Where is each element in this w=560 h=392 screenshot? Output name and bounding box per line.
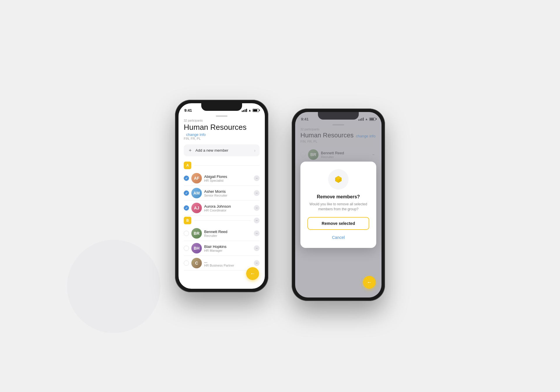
avatar-blair: BH bbox=[191, 243, 202, 253]
member-role-asher: Senior Recruiter bbox=[204, 194, 251, 197]
status-icons-1: ▲ bbox=[242, 108, 259, 112]
drag-handle-1[interactable] bbox=[216, 116, 228, 117]
member-row-aurora[interactable]: AJ Aurora Johnson HR Coordinator − bbox=[184, 201, 260, 216]
plus-icon: ＋ bbox=[188, 147, 192, 153]
remove-btn-section-b[interactable]: − bbox=[254, 218, 260, 223]
member-role-last: HR Business Partner bbox=[204, 264, 251, 267]
avatar-asher: AM bbox=[191, 188, 202, 198]
box-3d-icon bbox=[331, 172, 346, 187]
member-name-blair: Blair Hopkins bbox=[204, 244, 251, 249]
fab-button-2[interactable]: ← bbox=[363, 276, 376, 289]
change-info-link-1[interactable]: change info bbox=[186, 132, 206, 137]
languages-1: FIN, FR, PL bbox=[184, 137, 260, 140]
modal-icon-container bbox=[328, 169, 349, 190]
member-name-aurora: Aurora Johnson bbox=[204, 204, 251, 209]
member-name-bennett: Bennett Reed bbox=[204, 230, 251, 234]
checkbox-abigail[interactable] bbox=[184, 176, 189, 181]
remove-btn-aurora[interactable]: − bbox=[254, 205, 260, 211]
checkbox-bennett[interactable] bbox=[184, 231, 189, 236]
checkbox-blair[interactable] bbox=[184, 246, 189, 251]
main-scene: 9:41 ▲ 32 particip bbox=[90, 36, 470, 356]
cancel-button[interactable]: Cancel bbox=[307, 233, 369, 242]
section-a-badge: A bbox=[184, 162, 191, 169]
modal-title: Remove members? bbox=[307, 194, 369, 200]
phone-1: 9:41 ▲ 32 particip bbox=[175, 100, 268, 292]
fab-button-1[interactable]: ← bbox=[246, 267, 259, 280]
remove-btn-asher[interactable]: − bbox=[254, 190, 260, 196]
checkbox-last[interactable] bbox=[184, 260, 189, 266]
member-row-bennett[interactable]: BR Bennett Reed Recruiter − bbox=[184, 226, 260, 241]
wifi-icon-1: ▲ bbox=[248, 108, 251, 112]
title-row-1: Human Resources change info bbox=[184, 123, 260, 137]
modal-overlay: Remove members? Would you like to remove… bbox=[295, 112, 382, 298]
member-info-last: ... HR Business Partner bbox=[204, 259, 251, 267]
screen-1: 9:41 ▲ 32 particip bbox=[178, 103, 265, 289]
member-info-asher: Asher Morris Senior Recruiter bbox=[204, 189, 251, 197]
member-row-blair[interactable]: BH Blair Hopkins HR Manager − bbox=[184, 241, 260, 256]
checkbox-aurora[interactable] bbox=[184, 205, 189, 211]
battery-icon-1 bbox=[253, 109, 259, 112]
remove-btn-blair[interactable]: − bbox=[254, 245, 260, 251]
member-row-asher[interactable]: AM Asher Morris Senior Recruiter − bbox=[184, 186, 260, 201]
avatar-aurora: AJ bbox=[191, 203, 202, 213]
time-1: 9:41 bbox=[184, 108, 192, 113]
remove-btn-last[interactable]: − bbox=[254, 260, 260, 266]
member-role-blair: HR Manager bbox=[204, 249, 251, 252]
screen-2: 9:41 ▲ 32 particip bbox=[295, 112, 382, 298]
avatar-bennett: BR bbox=[191, 228, 202, 239]
avatar-abigail: AF bbox=[191, 173, 202, 183]
member-info-abigail: Abigail Flores HR Specialist bbox=[204, 174, 251, 182]
modal-card: Remove members? Would you like to remove… bbox=[300, 162, 376, 248]
section-divider-a bbox=[194, 165, 260, 166]
member-role-bennett: Recruiter bbox=[204, 234, 251, 237]
participants-label-1: 32 participants bbox=[184, 119, 260, 122]
chevron-right-icon: › bbox=[254, 148, 256, 153]
section-a: A bbox=[184, 162, 260, 169]
member-row-abigail[interactable]: AF Abigail Flores HR Specialist − bbox=[184, 171, 260, 186]
member-info-blair: Blair Hopkins HR Manager bbox=[204, 244, 251, 252]
checkbox-asher[interactable] bbox=[184, 190, 189, 196]
remove-selected-button[interactable]: Remove selected bbox=[307, 217, 369, 230]
section-b-badge: B bbox=[184, 217, 191, 224]
add-member-button[interactable]: ＋ Add a new member › bbox=[184, 144, 260, 156]
phone-2: 9:41 ▲ 32 particip bbox=[292, 108, 385, 301]
modal-description: Would you like to remove all selected me… bbox=[307, 202, 369, 212]
member-name-last: ... bbox=[204, 259, 251, 264]
group-title-1: Human Resources bbox=[184, 123, 246, 132]
member-name-asher: Asher Morris bbox=[204, 189, 251, 194]
remove-btn-abigail[interactable]: − bbox=[254, 175, 260, 181]
screen-content-1: 32 participants Human Resources change i… bbox=[178, 119, 265, 289]
signal-1 bbox=[242, 109, 247, 112]
section-b: B − bbox=[184, 217, 260, 224]
avatar-last: C bbox=[191, 258, 202, 268]
member-name-abigail: Abigail Flores bbox=[204, 174, 251, 179]
add-member-text: Add a new member bbox=[195, 148, 228, 153]
section-divider-b bbox=[194, 220, 251, 221]
member-info-aurora: Aurora Johnson HR Coordinator bbox=[204, 204, 251, 212]
member-info-bennett: Bennett Reed Recruiter bbox=[204, 230, 251, 237]
member-role-aurora: HR Coordinator bbox=[204, 209, 251, 212]
member-role-abigail: HR Specialist bbox=[204, 179, 251, 182]
notch-1 bbox=[201, 103, 242, 111]
circle-decoration bbox=[67, 240, 160, 333]
remove-btn-bennett[interactable]: − bbox=[254, 230, 260, 236]
